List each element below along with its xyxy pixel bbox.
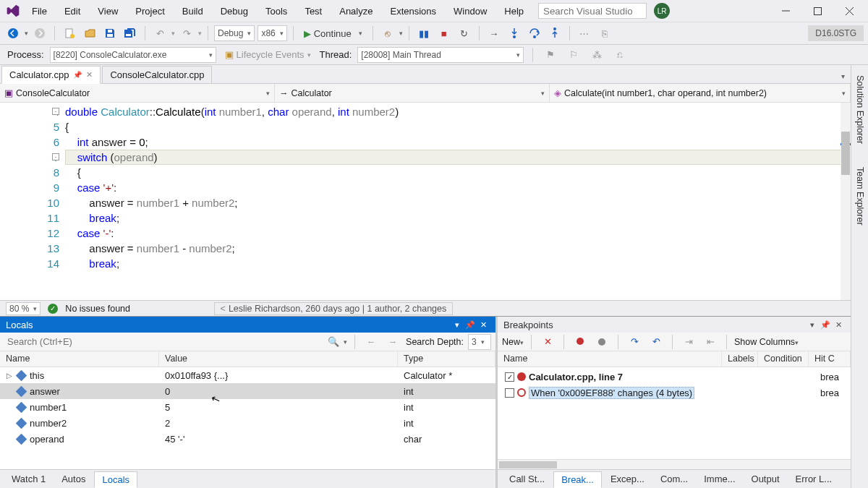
process-dropdown[interactable]: [8220] ConsoleCalculator.exe▾: [50, 47, 216, 63]
user-avatar[interactable]: LR: [654, 3, 670, 19]
debug-extra-icon[interactable]: ⁂: [588, 46, 605, 64]
thread-dropdown[interactable]: [28008] Main Thread▾: [357, 47, 524, 63]
save-icon[interactable]: [101, 25, 119, 42]
menu-project[interactable]: Project: [127, 3, 173, 20]
toolbar-icon[interactable]: ⎋: [379, 25, 396, 42]
tool-tab[interactable]: Autos: [54, 471, 93, 487]
tool-tab[interactable]: Break...: [553, 471, 602, 488]
tool-tab[interactable]: Watch 1: [4, 471, 53, 487]
maximize-button[interactable]: [801, 0, 833, 22]
menu-view[interactable]: View: [89, 3, 127, 20]
breakpoints-titlebar[interactable]: Breakpoints ▾ 📌 ✕: [498, 317, 851, 333]
redo-icon[interactable]: ↷: [178, 25, 195, 42]
zoom-dropdown[interactable]: 80 %▾: [6, 302, 41, 315]
disable-all-icon[interactable]: [593, 333, 610, 351]
show-columns-dropdown[interactable]: Show Columns▾: [734, 337, 799, 347]
search-icon[interactable]: 🔍: [328, 336, 339, 347]
menu-file[interactable]: File: [23, 3, 56, 20]
codelens-info[interactable]: <Leslie Richardson, 260 days ago | 1 aut…: [214, 302, 454, 315]
close-panel-icon[interactable]: ✕: [477, 320, 490, 330]
locals-titlebar[interactable]: Locals ▾ 📌 ✕: [0, 317, 495, 333]
file-tab[interactable]: Calculator.cpp📌✕: [1, 66, 101, 84]
tool-tab[interactable]: Excep...: [603, 471, 652, 487]
tool-tab[interactable]: Error L...: [788, 471, 840, 487]
platform-dropdown[interactable]: x86▾: [258, 25, 286, 41]
nav-member-dropdown[interactable]: ◈Calculate(int number1, char operand, in…: [550, 84, 851, 102]
close-tab-icon[interactable]: ✕: [86, 70, 93, 80]
locals-search-input[interactable]: [4, 334, 323, 350]
close-button[interactable]: [833, 0, 865, 22]
lifecycle-dropdown[interactable]: ▣Lifecycle Events▾: [222, 46, 314, 64]
window-position-icon[interactable]: ▾: [806, 320, 819, 330]
nav-scope-dropdown[interactable]: ▣ConsoleCalculator▾: [0, 84, 275, 102]
break-all-icon[interactable]: ▮▮: [415, 25, 433, 42]
file-tab[interactable]: ConsoleCalculator.cpp: [102, 66, 212, 84]
menu-analyze[interactable]: Analyze: [331, 3, 381, 20]
restart-icon[interactable]: ↻: [456, 25, 473, 42]
pin-icon[interactable]: 📌: [464, 320, 477, 330]
continue-button[interactable]: ▶Continue▾: [299, 25, 367, 42]
nav-class-dropdown[interactable]: →Calculator▾: [275, 84, 550, 102]
pin-icon[interactable]: 📌: [73, 71, 82, 79]
locals-row[interactable]: number15int: [0, 399, 495, 415]
menu-build[interactable]: Build: [174, 3, 212, 20]
tool-tab[interactable]: Output: [744, 471, 787, 487]
pin-icon[interactable]: 📌: [819, 320, 832, 330]
menu-test[interactable]: Test: [296, 3, 331, 20]
nav-back-icon[interactable]: ←: [362, 333, 380, 351]
tool-tab[interactable]: Com...: [653, 471, 695, 487]
save-all-icon[interactable]: [122, 25, 139, 42]
nav-back-button[interactable]: [4, 25, 22, 42]
debug-extra2-icon[interactable]: ⎌: [611, 46, 629, 64]
step-over-icon[interactable]: [526, 25, 543, 42]
search-depth-dropdown[interactable]: 3▾: [468, 334, 491, 350]
delete-bp-icon[interactable]: ✕: [539, 333, 556, 351]
window-position-icon[interactable]: ▾: [451, 320, 464, 330]
new-bp-button[interactable]: New▾: [502, 337, 524, 347]
show-next-statement-icon[interactable]: →: [485, 25, 503, 42]
menu-window[interactable]: Window: [445, 3, 495, 20]
locals-row[interactable]: answer0int: [0, 383, 495, 399]
side-tab[interactable]: Solution Explorer: [854, 71, 867, 148]
tool-tab[interactable]: Imme...: [697, 471, 742, 487]
locals-row[interactable]: operand45 '-'char: [0, 431, 495, 447]
checkbox[interactable]: ✓: [505, 372, 514, 382]
tool-tab[interactable]: Call St...: [502, 471, 552, 487]
col-type[interactable]: Type: [398, 351, 495, 367]
nav-forward-button[interactable]: [31, 25, 48, 42]
nav-fwd-icon[interactable]: →: [384, 333, 401, 351]
goto-source-icon[interactable]: ⇥: [680, 333, 697, 351]
tabs-overflow-icon[interactable]: ▾: [835, 69, 851, 83]
fold-icon[interactable]: -: [52, 108, 59, 115]
config-dropdown[interactable]: Debug▾: [214, 25, 255, 41]
search-input[interactable]: [538, 3, 647, 19]
breakpoint-row[interactable]: ✓Calculator.cpp, line 7brea: [501, 369, 848, 385]
enable-all-icon[interactable]: [571, 333, 589, 351]
stack-frame-icon[interactable]: ⚑: [542, 46, 559, 64]
import-icon[interactable]: ↶: [647, 333, 665, 351]
toolbar-extra-1-icon[interactable]: ⋯: [576, 25, 593, 42]
open-file-icon[interactable]: [81, 25, 98, 42]
export-icon[interactable]: ↷: [626, 333, 643, 351]
checkbox[interactable]: [505, 388, 514, 398]
menu-edit[interactable]: Edit: [56, 3, 89, 20]
toolbar-extra-2-icon[interactable]: ⎘: [596, 25, 613, 42]
menu-debug[interactable]: Debug: [212, 3, 257, 20]
col-name[interactable]: Name: [0, 351, 159, 367]
goto-disasm-icon[interactable]: ⇤: [702, 333, 719, 351]
menu-tools[interactable]: Tools: [257, 3, 296, 20]
step-into-icon[interactable]: [506, 25, 523, 42]
close-panel-icon[interactable]: ✕: [832, 320, 845, 330]
locals-row[interactable]: number22int: [0, 415, 495, 431]
horizontal-scrollbar[interactable]: [498, 459, 851, 469]
menu-extensions[interactable]: Extensions: [381, 3, 445, 20]
vertical-scrollbar[interactable]: [841, 103, 851, 300]
minimize-button[interactable]: [770, 0, 801, 22]
thread-list-icon[interactable]: ⚐: [565, 46, 582, 64]
tool-tab[interactable]: Locals: [94, 471, 137, 488]
side-tab[interactable]: Team Explorer: [854, 163, 867, 230]
undo-icon[interactable]: ↶: [151, 25, 169, 42]
new-file-icon[interactable]: [61, 25, 78, 42]
breakpoint-row[interactable]: When '0x009EF888' changes (4 bytes)brea: [501, 385, 848, 401]
fold-icon[interactable]: -: [52, 153, 59, 160]
